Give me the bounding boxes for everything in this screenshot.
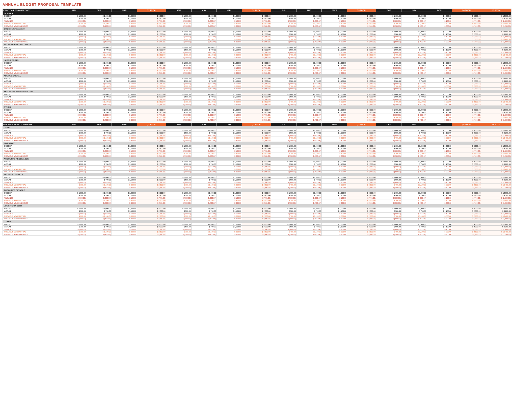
table-row: ACTUAL$ 700.00$ 700.00$ 1,100.00$ 2,300.… [3, 111, 511, 114]
table-row: ACTUAL$ 700.00$ 700.00$ 1,100.00$ 2,300.… [3, 179, 511, 181]
table-row: VARIANCE$ (500.00)$ (300.00)$ 100.00$ (7… [3, 83, 511, 85]
bs-section-header-sec-inventory: INVENTORY [3, 142, 511, 145]
table-row: PREVIOUS YEAR VARIANCE$ (200.00)$ (400.0… [3, 171, 511, 173]
table-row: PREVIOUS YEAR ACTUAL$ 700.00$ 1,100.00$ … [3, 85, 511, 88]
table-row: BUDGET$ 1,000.00$ 1,000.00$ 1,000.00$ 3,… [3, 15, 511, 17]
table-row: ACTUAL$ 700.00$ 700.00$ 1,100.00$ 2,300.… [3, 147, 511, 150]
col-q1: Q1 TOTAL [137, 9, 166, 12]
table-row: PREVIOUS YEAR VARIANCE$ (200.00)$ (400.0… [3, 218, 511, 220]
col-oct: OCT [376, 9, 401, 12]
table-row: VARIANCE$ (500.00)$ (300.00)$ 100.00$ (7… [3, 114, 511, 116]
table-row: BUDGET$ 1,000.00$ 1,000.00$ 1,000.00$ 3,… [3, 145, 511, 147]
table-row: ACTUAL$ 700.00$ 700.00$ 1,100.00$ 2,300.… [3, 226, 511, 228]
table-row: BUDGET$ 1,000.00$ 1,000.00$ 1,000.00$ 3,… [3, 46, 511, 49]
section-header-sec-labor: LABOR COSTS [3, 59, 511, 62]
table-row: VARIANCE$ (500.00)$ (300.00)$ 100.00$ (7… [3, 36, 511, 38]
table-row: VARIANCE$ (500.00)$ (300.00)$ 100.00$ (7… [3, 67, 511, 69]
table-row: PREVIOUS YEAR ACTUAL$ 700.00$ 1,100.00$ … [3, 215, 511, 218]
table-row: PREVIOUS YEAR ACTUAL$ 700.00$ 1,100.00$ … [3, 69, 511, 72]
table-row: BUDGET$ 1,000.00$ 1,000.00$ 1,000.00$ 3,… [3, 223, 511, 226]
col-q4: Q4 TOTAL [452, 9, 481, 12]
col-q2: Q2 TOTAL [242, 9, 271, 12]
col-apr: APR [166, 9, 191, 12]
table-row: BUDGET$ 1,000.00$ 1,000.00$ 1,000.00$ 3,… [3, 31, 511, 33]
col-nov: NOV [401, 9, 427, 12]
col-dec: DEC [427, 9, 452, 12]
bs-section-header-sec-ar: ACCOUNTS RECEIVABLE [3, 158, 511, 161]
table-row: PREVIOUS YEAR VARIANCE$ (200.00)$ (400.0… [3, 139, 511, 142]
table-row: PREVIOUS YEAR ACTUAL$ 700.00$ 1,100.00$ … [3, 137, 511, 139]
table-row: PREVIOUS YEAR VARIANCE$ (200.00)$ (400.0… [3, 88, 511, 90]
table-row: VARIANCE$ (500.00)$ (300.00)$ 100.00$ (7… [3, 228, 511, 231]
col-jul: JUL [271, 9, 296, 12]
col-category: PROFIT & LOSS CATEGORY [3, 9, 61, 12]
table-row: ACTUAL$ 700.00$ 700.00$ 1,100.00$ 2,300.… [3, 210, 511, 213]
table-row: PREVIOUS YEAR VARIANCE$ (200.00)$ (400.0… [3, 202, 511, 204]
bs-section-header-sec-nfa: NET FIXED ASSETS [3, 173, 511, 176]
table-row: VARIANCE$ (500.00)$ (300.00)$ 100.00$ (7… [3, 134, 511, 137]
table-row: BUDGET$ 1,000.00$ 1,000.00$ 1,000.00$ 3,… [3, 62, 511, 64]
table-row: PREVIOUS YEAR ACTUAL$ 700.00$ 1,100.00$ … [3, 152, 511, 155]
table-row: VARIANCE$ (500.00)$ (300.00)$ 100.00$ (7… [3, 51, 511, 54]
table-row: VARIANCE$ (500.00)$ (300.00)$ 100.00$ (7… [3, 150, 511, 152]
table-row: PREVIOUS YEAR VARIANCE$ (200.00)$ (400.0… [3, 41, 511, 43]
col-jun: JUN [217, 9, 242, 12]
table-row: PREVIOUS YEAR ACTUAL$ 700.00$ 1,100.00$ … [3, 116, 511, 119]
table-row: VARIANCE$ (500.00)$ (300.00)$ 100.00$ (7… [3, 197, 511, 199]
col-mar: MAR [112, 9, 137, 12]
table-row: ACTUAL$ 700.00$ 700.00$ 1,100.00$ 2,300.… [3, 49, 511, 51]
table-row: ACTUAL$ 700.00$ 700.00$ 1,100.00$ 2,300.… [3, 194, 511, 197]
table-row: PREVIOUS YEAR VARIANCE$ (200.00)$ (400.0… [3, 233, 511, 236]
table-row: BUDGET$ 1,000.00$ 1,000.00$ 1,000.00$ 3,… [3, 161, 511, 163]
col-sep: SEPT [322, 9, 347, 12]
table-row: PREVIOUS YEAR VARIANCE$ (200.00)$ (400.0… [3, 119, 511, 121]
table-row: BUDGET$ 1,000.00$ 1,000.00$ 1,000.00$ 3,… [3, 207, 511, 210]
section-header-sec-sales: SALES/MARKETING COSTS [3, 43, 511, 46]
table-row: VARIANCE$ (500.00)$ (300.00)$ 100.00$ (7… [3, 20, 511, 22]
table-row: VARIANCE$ (500.00)$ (300.00)$ 100.00$ (7… [3, 166, 511, 168]
table-row: PREVIOUS YEAR VARIANCE$ (200.00)$ (400.0… [3, 25, 511, 28]
col-may: MAY [191, 9, 217, 12]
bs-section-header-sec-ltd: LONG-TERM DEBT [3, 204, 511, 207]
table-row: VARIANCE$ (500.00)$ (300.00)$ 100.00$ (7… [3, 98, 511, 101]
col-yr: YR TOTAL [481, 9, 511, 12]
col-aug: AUG [296, 9, 322, 12]
table-row: BUDGET$ 1,000.00$ 1,000.00$ 1,000.00$ 3,… [3, 129, 511, 132]
table-row: PREVIOUS YEAR VARIANCE$ (200.00)$ (400.0… [3, 56, 511, 59]
table-row: BUDGET$ 1,000.00$ 1,000.00$ 1,000.00$ 3,… [3, 93, 511, 96]
page-title: ANNUAL BUDGET PROPOSAL TEMPLATE [3, 3, 511, 7]
table-row: PREVIOUS YEAR VARIANCE$ (200.00)$ (400.0… [3, 72, 511, 74]
table-row: ACTUAL$ 700.00$ 700.00$ 1,100.00$ 2,300.… [3, 17, 511, 20]
section-header-sec-ebit: EBIT Earnings Before Interest & Taxes [3, 90, 511, 93]
table-row: ACTUAL$ 700.00$ 700.00$ 1,100.00$ 2,300.… [3, 80, 511, 83]
budget-table: PROFIT & LOSS CATEGORY JAN FEB MAR Q1 TO… [3, 9, 511, 121]
section-header-sec-other: OTHER [3, 106, 511, 109]
table-row: BUDGET$ 1,000.00$ 1,000.00$ 1,000.00$ 3,… [3, 192, 511, 194]
table-row: ACTUAL$ 700.00$ 700.00$ 1,100.00$ 2,300.… [3, 64, 511, 67]
section-header-sec-revenue: REVENUE [3, 12, 511, 15]
balance-table: BALANCE SHEET CATEGORY JAN FEB MAR Q1 TO… [3, 123, 511, 236]
table-row: ACTUAL$ 700.00$ 700.00$ 1,100.00$ 2,300.… [3, 33, 511, 36]
balance-header-row: BALANCE SHEET CATEGORY JAN FEB MAR Q1 TO… [3, 123, 511, 126]
table-row: PREVIOUS YEAR ACTUAL$ 700.00$ 1,100.00$ … [3, 184, 511, 186]
table-row: PREVIOUS YEAR ACTUAL$ 700.00$ 1,100.00$ … [3, 231, 511, 233]
table-row: PREVIOUS YEAR ACTUAL$ 700.00$ 1,100.00$ … [3, 22, 511, 25]
table-row: PREVIOUS YEAR ACTUAL$ 700.00$ 1,100.00$ … [3, 199, 511, 202]
table-row: ACTUAL$ 700.00$ 700.00$ 1,100.00$ 2,300.… [3, 163, 511, 166]
bs-section-header-sec-ap: ACCOUNTS PAYABLE [3, 189, 511, 192]
table-row: PREVIOUS YEAR ACTUAL$ 700.00$ 1,100.00$ … [3, 101, 511, 103]
table-row: BUDGET$ 1,000.00$ 1,000.00$ 1,000.00$ 3,… [3, 176, 511, 179]
col-balance-category: BALANCE SHEET CATEGORY [3, 123, 61, 126]
section-header-sec-cogs: COGS Cost of Goods Sold [3, 28, 511, 31]
header-row: PROFIT & LOSS CATEGORY JAN FEB MAR Q1 TO… [3, 9, 511, 12]
table-row: PREVIOUS YEAR VARIANCE$ (200.00)$ (400.0… [3, 155, 511, 158]
table-row: PREVIOUS YEAR VARIANCE$ (200.00)$ (400.0… [3, 186, 511, 189]
table-row: BUDGET$ 1,000.00$ 1,000.00$ 1,000.00$ 3,… [3, 109, 511, 111]
table-row: PREVIOUS YEAR VARIANCE$ (200.00)$ (400.0… [3, 103, 511, 106]
bs-section-header-sec-cash: CASH [3, 126, 511, 129]
col-feb: FEB [86, 9, 112, 12]
table-row: ACTUAL$ 700.00$ 700.00$ 1,100.00$ 2,300.… [3, 132, 511, 134]
col-q3: Q3 TOTAL [347, 9, 376, 12]
table-row: PREVIOUS YEAR ACTUAL$ 700.00$ 1,100.00$ … [3, 38, 511, 41]
table-row: PREVIOUS YEAR ACTUAL$ 700.00$ 1,100.00$ … [3, 54, 511, 56]
